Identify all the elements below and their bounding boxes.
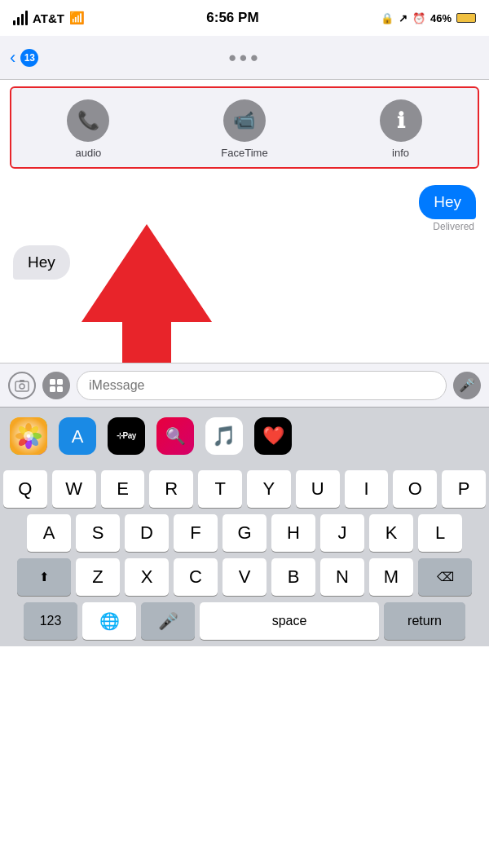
heart-icon[interactable]: ❤️ — [254, 417, 292, 455]
status-bar: AT&T 📶 6:56 PM 🔒 ↗ ⏰ 46% — [0, 0, 489, 36]
keyboard-row-3: ⬆ Z X C V B N M ⌫ — [3, 558, 486, 596]
svg-rect-1 — [15, 381, 29, 391]
svg-rect-7 — [57, 386, 63, 392]
facetime-label: FaceTime — [221, 147, 267, 159]
key-g[interactable]: G — [222, 514, 267, 552]
audio-label: audio — [76, 147, 102, 159]
message-area: Hey Delivered Hey — [0, 175, 489, 363]
alarm-icon: ⏰ — [412, 12, 425, 24]
camera-button[interactable] — [8, 372, 36, 399]
svg-point-2 — [20, 384, 24, 389]
key-i[interactable]: I — [345, 470, 389, 508]
location-icon: ↗ — [399, 12, 408, 24]
key-s[interactable]: S — [76, 514, 120, 552]
signal-bars — [13, 11, 28, 25]
key-l[interactable]: L — [418, 514, 462, 552]
svg-rect-6 — [50, 386, 55, 392]
info-button[interactable]: ℹ info — [380, 99, 422, 159]
key-k[interactable]: K — [369, 514, 413, 552]
key-z[interactable]: Z — [76, 558, 120, 596]
svg-rect-5 — [57, 379, 63, 385]
delivered-label: Delivered — [433, 221, 474, 232]
lock-icon: 🔒 — [381, 12, 394, 24]
phone-icon: 📞 — [67, 99, 109, 142]
key-e[interactable]: E — [101, 470, 145, 508]
time-label: 6:56 PM — [206, 10, 258, 26]
info-label: info — [392, 147, 409, 159]
keyboard-row-2: A S D F G H J K L — [3, 514, 486, 552]
key-p[interactable]: P — [442, 470, 486, 508]
photos-app-icon[interactable] — [10, 417, 47, 455]
status-right: 🔒 ↗ ⏰ 46% — [381, 12, 476, 24]
keyboard-row-1: Q W E R T Y U I O P — [3, 470, 486, 508]
wifi-icon: 📶 — [69, 11, 85, 25]
info-icon: ℹ — [380, 99, 422, 142]
chevron-left-icon: ‹ — [10, 47, 15, 68]
key-t[interactable]: T — [198, 470, 242, 508]
message-input[interactable] — [77, 371, 447, 400]
svg-point-17 — [24, 431, 33, 441]
key-y[interactable]: Y — [247, 470, 291, 508]
keyboard: Q W E R T Y U I O P A S D F G H J K L ⬆ … — [0, 464, 489, 646]
keyboard-mic-key[interactable]: 🎤 — [141, 602, 195, 640]
battery-label: 46% — [430, 12, 452, 24]
key-o[interactable]: O — [393, 470, 437, 508]
globe-key[interactable]: 🌐 — [82, 602, 136, 640]
received-bubble: Hey — [13, 245, 70, 280]
key-f[interactable]: F — [174, 514, 218, 552]
audio-button[interactable]: 📞 audio — [67, 99, 109, 159]
numbers-key[interactable]: 123 — [24, 602, 77, 640]
sent-bubble: Hey — [419, 185, 476, 219]
key-n[interactable]: N — [320, 558, 364, 596]
svg-text:A: A — [72, 426, 84, 447]
music-icon[interactable]: 🎵 — [205, 417, 243, 455]
key-d[interactable]: D — [125, 514, 169, 552]
key-r[interactable]: R — [149, 470, 193, 508]
key-w[interactable]: W — [52, 470, 96, 508]
apps-button[interactable] — [42, 372, 70, 399]
back-button[interactable]: ‹ 13 — [10, 47, 38, 68]
input-bar: 🎤 — [0, 363, 489, 407]
facetime-button[interactable]: 📹 FaceTime — [221, 99, 267, 159]
delete-key[interactable]: ⌫ — [418, 558, 472, 596]
key-b[interactable]: B — [271, 558, 315, 596]
video-icon: 📹 — [223, 99, 266, 142]
key-q[interactable]: Q — [3, 470, 47, 508]
carrier-label: AT&T — [33, 11, 64, 25]
svg-rect-3 — [20, 380, 24, 382]
keyboard-bottom-row: 123 🌐 🎤 space return — [3, 602, 486, 640]
key-m[interactable]: M — [369, 558, 413, 596]
key-a[interactable]: A — [27, 514, 71, 552]
appstore-icon[interactable]: A — [59, 417, 96, 455]
status-left: AT&T 📶 — [13, 11, 85, 25]
app-row: A ⊹Pay 🔍 🎵 ❤️ — [0, 407, 489, 464]
shift-key[interactable]: ⬆ — [17, 558, 71, 596]
space-key[interactable]: space — [200, 602, 379, 640]
svg-rect-4 — [50, 379, 55, 385]
key-x[interactable]: X — [125, 558, 169, 596]
key-j[interactable]: J — [320, 514, 364, 552]
applepay-icon[interactable]: ⊹Pay — [108, 417, 145, 455]
key-h[interactable]: H — [271, 514, 315, 552]
key-u[interactable]: U — [296, 470, 340, 508]
search-icon-app[interactable]: 🔍 — [156, 417, 194, 455]
key-c[interactable]: C — [174, 558, 218, 596]
nav-bar: ‹ 13 ●●● — [0, 36, 489, 80]
mic-button[interactable]: 🎤 — [453, 372, 481, 399]
return-key[interactable]: return — [384, 602, 465, 640]
sent-message: Hey Delivered — [13, 185, 476, 232]
contact-name[interactable]: ●●● — [228, 50, 261, 66]
key-v[interactable]: V — [222, 558, 267, 596]
back-badge: 13 — [20, 49, 38, 67]
received-message: Hey — [13, 245, 476, 280]
actions-bar: 📞 audio 📹 FaceTime ℹ info — [10, 86, 479, 169]
battery-icon — [456, 13, 476, 23]
